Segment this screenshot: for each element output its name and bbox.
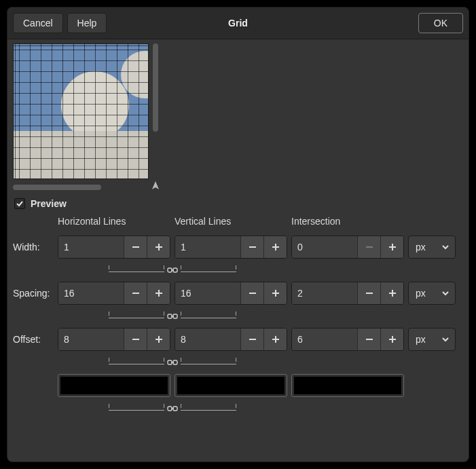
width-label: Width: <box>13 242 54 252</box>
chain-link-icon[interactable] <box>167 312 178 320</box>
offset-unit-select[interactable]: px <box>408 328 456 351</box>
color-vertical-swatch[interactable] <box>175 374 287 397</box>
plus-icon[interactable] <box>147 236 170 258</box>
color-intersection-swatch[interactable] <box>291 374 404 397</box>
plus-icon[interactable] <box>380 282 403 304</box>
spacing-horizontal-spin[interactable] <box>58 282 170 305</box>
spacing-label: Spacing: <box>13 288 54 299</box>
width-horizontal-input[interactable] <box>58 236 124 258</box>
offset-intersection-spin[interactable] <box>291 328 404 351</box>
cancel-button[interactable]: Cancel <box>13 13 63 33</box>
chain-link-icon[interactable] <box>167 266 178 274</box>
minus-icon[interactable] <box>357 236 380 258</box>
plus-icon[interactable] <box>147 329 170 350</box>
width-horizontal-spin[interactable] <box>58 236 170 259</box>
offset-horizontal-input[interactable] <box>58 329 124 350</box>
spacing-vertical-input[interactable] <box>175 282 240 304</box>
chevron-down-icon <box>441 243 450 251</box>
chevron-down-icon <box>441 335 450 343</box>
plus-icon[interactable] <box>380 236 403 258</box>
preview-checkbox[interactable] <box>14 198 25 209</box>
chain-link-icon[interactable] <box>167 405 178 413</box>
color-horizontal-swatch[interactable] <box>58 374 170 397</box>
minus-icon[interactable] <box>357 329 380 350</box>
navigate-icon[interactable] <box>150 181 161 194</box>
plus-icon[interactable] <box>263 236 287 258</box>
width-intersection-spin[interactable] <box>291 236 404 259</box>
grid-overlay <box>14 44 148 179</box>
offset-vertical-spin[interactable] <box>175 328 287 351</box>
spacing-unit-select[interactable]: px <box>408 282 456 305</box>
column-header-intersection: Intersection <box>291 216 404 230</box>
chain-link-icon[interactable] <box>167 358 178 367</box>
preview-vertical-scrollbar[interactable] <box>153 43 158 132</box>
preview-checkbox-label: Preview <box>31 198 67 209</box>
minus-icon[interactable] <box>240 329 263 350</box>
offset-label: Offset: <box>13 334 54 345</box>
minus-icon[interactable] <box>357 282 380 304</box>
preview-image[interactable] <box>13 43 149 179</box>
minus-icon[interactable] <box>124 329 147 350</box>
ok-button[interactable]: OK <box>418 13 463 33</box>
minus-icon[interactable] <box>124 236 147 258</box>
preview-horizontal-scrollbar[interactable] <box>13 185 101 190</box>
plus-icon[interactable] <box>147 282 170 304</box>
minus-icon[interactable] <box>124 282 147 304</box>
chevron-down-icon <box>441 289 450 297</box>
spacing-vertical-spin[interactable] <box>175 282 287 305</box>
column-header-horizontal: Horizontal Lines <box>58 216 170 230</box>
offset-intersection-input[interactable] <box>292 329 357 350</box>
plus-icon[interactable] <box>380 329 403 350</box>
spacing-intersection-spin[interactable] <box>291 282 404 305</box>
minus-icon[interactable] <box>240 236 263 258</box>
spacing-horizontal-input[interactable] <box>58 282 124 304</box>
plus-icon[interactable] <box>263 282 287 304</box>
spacing-intersection-input[interactable] <box>292 282 357 304</box>
help-button[interactable]: Help <box>67 13 107 33</box>
width-intersection-input[interactable] <box>292 236 357 258</box>
width-unit-select[interactable]: px <box>408 236 456 259</box>
column-header-vertical: Vertical Lines <box>175 216 287 230</box>
grid-dialog: Cancel Help Grid OK Preview <box>7 7 469 462</box>
width-vertical-spin[interactable] <box>175 236 287 259</box>
width-vertical-input[interactable] <box>175 236 240 258</box>
dialog-header: Cancel Help Grid OK <box>7 7 469 39</box>
plus-icon[interactable] <box>263 329 287 350</box>
offset-horizontal-spin[interactable] <box>58 328 170 351</box>
offset-vertical-input[interactable] <box>175 329 240 350</box>
minus-icon[interactable] <box>240 282 263 304</box>
